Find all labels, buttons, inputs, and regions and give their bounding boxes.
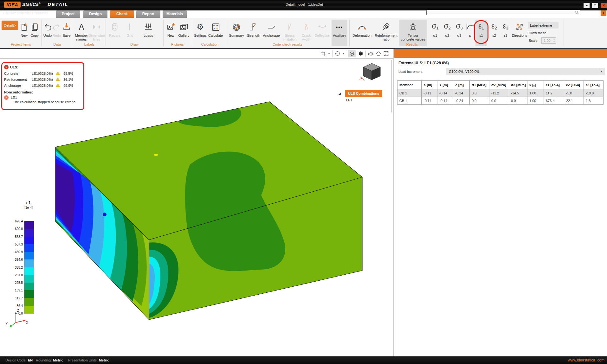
epsilon3-glyph: ε3 [503, 20, 508, 34]
undo-button[interactable]: Undo [42, 20, 53, 46]
website-link[interactable]: www.ideastatica .com [568, 356, 604, 364]
summary-button[interactable]: Summary [228, 20, 245, 46]
tab-design[interactable]: Design [83, 10, 107, 18]
table-cell: 22.1 [564, 97, 584, 105]
close-button[interactable]: ✕ [601, 3, 607, 8]
sigma1-button[interactable]: σ1 σ1 [430, 20, 441, 46]
reinforcement-ratio-button[interactable]: Reinforcement ratio [374, 20, 398, 46]
auxiliary-button[interactable]: ••• Auxiliary [332, 20, 347, 46]
column-header[interactable]: ε3 [1e-4] [584, 81, 604, 89]
column-header[interactable]: ε2 [1e-4] [564, 81, 584, 89]
spinner-arrows-icon[interactable]: ▲▼ [553, 38, 555, 43]
sigma3-button[interactable]: σ3 σ3 [454, 20, 465, 46]
legend-color-band [24, 290, 34, 298]
table-cell: 0.0 [470, 89, 489, 97]
warning-icon: ! [56, 77, 60, 81]
table-cell: 676.4 [544, 97, 564, 105]
label-extreme-toggle[interactable]: Label extreme [528, 22, 559, 29]
table-cell: -11.2 [489, 89, 509, 97]
navigation-cube[interactable] [358, 60, 386, 82]
sigma2-button[interactable]: σ2 σ2 [442, 20, 453, 46]
expander-icon[interactable]: ◢ [339, 92, 341, 95]
table-header-row: MemberX [m]Y [m]Z [m]σ1 [MPa]σ2 [MPa]σ3 … [397, 81, 604, 89]
table-cell: 11.2 [544, 89, 564, 97]
epsilon3-button[interactable]: ε3 ε3 [500, 20, 511, 46]
column-header[interactable]: σ3 [MPa] [509, 81, 527, 89]
table-cell: -0.24 [453, 89, 470, 97]
group-label-project-items: Project items [11, 42, 31, 46]
save-button[interactable]: Save [61, 20, 72, 46]
app-window: IDEA StatiCa® DETAIL Calculate yesterday… [0, 0, 607, 364]
svg-text:!: ! [57, 84, 58, 87]
table-cell: 1.00 [527, 89, 544, 97]
strength-button[interactable]: Strength [246, 20, 261, 46]
table-cell: -0.14 [437, 97, 453, 105]
results-table: MemberX [m]Y [m]Z [m]σ1 [MPa]σ2 [MPa]σ3 … [397, 80, 604, 105]
table-row[interactable]: CB 1-0.11-0.14-0.240.0-11.2-14.51.0011.2… [397, 89, 604, 97]
column-header[interactable]: σ2 [MPa] [489, 81, 509, 89]
idea-logo: IDEA [4, 2, 21, 8]
scale-spinner[interactable]: 1.00 ▲▼ [541, 37, 556, 44]
model-viewport[interactable]: ▼ ▼ [0, 49, 393, 356]
column-header[interactable]: σ1 [MPa] [470, 81, 489, 89]
legend-value-label: 450.9 [8, 250, 23, 254]
legend-value-label: 169.1 [8, 289, 23, 292]
loads-button[interactable]: Loads [139, 20, 158, 46]
kappa-curve-icon [465, 20, 475, 34]
project-item-select[interactable]: Detail2▼ [2, 21, 18, 30]
nonconformity-name: LE1 [11, 96, 17, 99]
nonconformities-title: Nonconformities: [4, 90, 81, 94]
legend-value-label: 338.2 [8, 266, 23, 269]
combination-item[interactable]: LE1 [346, 98, 352, 102]
column-header[interactable]: κ [-] [527, 81, 544, 89]
group-label-code-check: Code-check results [273, 42, 302, 46]
table-cell: -5.0 [564, 89, 584, 97]
loads-arrows-icon [144, 20, 153, 34]
warning-icon: ! [56, 83, 60, 87]
group-label-draw: Draw [130, 42, 139, 46]
legend-color-band [24, 221, 34, 229]
tab-check[interactable]: Check [110, 10, 134, 18]
uls-combinations-header[interactable]: ULS Combinations [345, 90, 382, 97]
epsilon1-button[interactable]: ε1 ε1 [475, 20, 487, 46]
maximize-button[interactable]: □ [592, 3, 598, 8]
tab-project[interactable]: Project [56, 10, 80, 18]
kappa-button[interactable]: κ [465, 20, 475, 46]
ribbon: Detail2▼ New Copy Undo Redo Save A Membe [0, 18, 607, 48]
epsilon2-button[interactable]: ε2 ε2 [489, 20, 499, 46]
nonconformity-item[interactable]: ✕ LE1 [4, 95, 81, 100]
column-header[interactable]: Z [m] [453, 81, 470, 89]
combinations-scrollbar[interactable] [391, 60, 392, 112]
table-cell: -14.5 [509, 89, 527, 97]
column-header[interactable]: X [m] [422, 81, 437, 89]
nonconformity-error-icon: ✕ [4, 95, 9, 100]
load-increment-select[interactable]: G100.0%, V100.0% ▼ [446, 68, 605, 75]
table-cell: -0.14 [437, 89, 453, 97]
model-faces [55, 102, 362, 320]
table-cell: -0.11 [422, 97, 437, 105]
directions-button[interactable]: Directions [511, 20, 528, 46]
column-header[interactable]: Member [397, 81, 422, 89]
minimize-button[interactable]: – [584, 3, 590, 8]
column-header[interactable]: Y [m] [437, 81, 453, 89]
search-input[interactable] [428, 10, 573, 15]
extreme-uls-title: Extreme ULS: LE1 (G28.0%) [398, 61, 449, 65]
sigma3-glyph: σ3 [456, 20, 462, 34]
registered-mark: ® [39, 2, 41, 5]
axis-x-label: X [26, 321, 28, 324]
deformation-button[interactable]: Deformation [351, 20, 373, 46]
uls-check-row: ConcreteLE1(G28.0%)!99.5% [4, 70, 81, 76]
uls-title-row: ✕ ULS: [4, 65, 81, 69]
draw-mesh-toggle[interactable]: Draw mesh [529, 31, 546, 35]
legend-color-band [24, 298, 34, 306]
table-row[interactable]: CB 1-0.11-0.14-0.240.00.00.01.00676.422.… [397, 97, 604, 105]
table-cell: CB 1 [397, 89, 422, 97]
results-panel: Extreme ULS: LE1 (G28.0%) Load increment… [394, 49, 607, 356]
check-name: Anchorage [4, 84, 32, 87]
search-box[interactable] [426, 10, 580, 15]
info-button[interactable]: i [601, 10, 606, 16]
legend-value-label: 281.8 [8, 273, 23, 277]
tab-materials[interactable]: Materials [163, 10, 187, 18]
tab-report[interactable]: Report [136, 10, 160, 18]
column-header[interactable]: ε1 [1e-4] [544, 81, 564, 89]
